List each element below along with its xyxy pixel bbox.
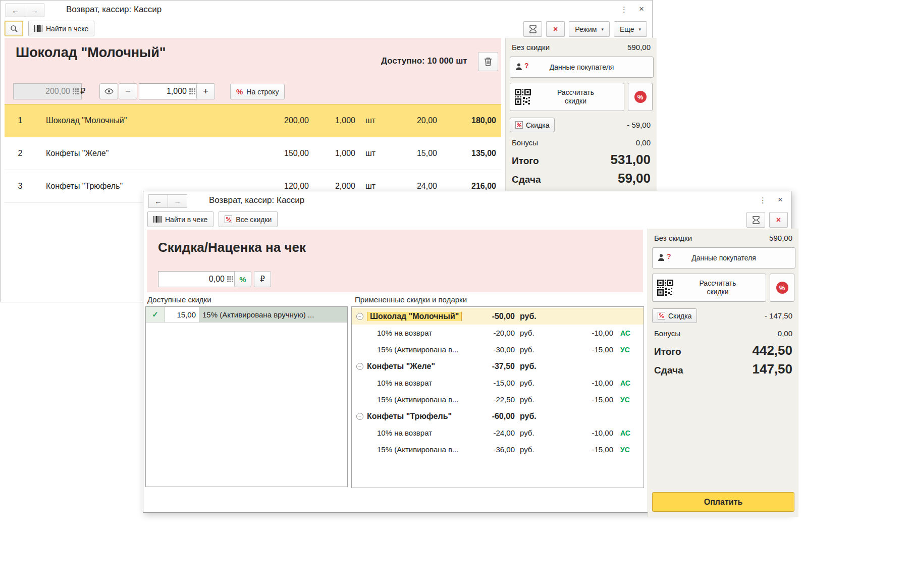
window-close-icon[interactable]: × [639,4,644,14]
pay-button[interactable]: Оплатить [652,492,794,512]
more-button[interactable]: Еще ▾ [614,21,647,37]
discount-value: - 147,50 [765,311,792,320]
applied-group-row[interactable]: − Шоколад "Молочный" -50,00 руб. [352,308,644,325]
applied-discount-row[interactable]: 15% (Активирована в... -22,50 руб. -15,0… [352,391,644,408]
total-label: Итого [512,155,539,167]
collapse-icon[interactable]: − [356,313,363,320]
row-number: 1 [5,116,36,125]
receipt-row[interactable]: 2 Конфеты "Желе" 150,00 1,000 шт 15,00 1… [5,137,501,170]
no-discount-label: Без скидки [654,234,692,242]
discount-button[interactable]: Скидка [652,308,697,323]
discount-value: - 59,00 [627,121,651,129]
collapse-icon[interactable]: − [356,413,363,420]
view-button[interactable] [99,83,118,99]
collapse-icon[interactable]: − [356,363,363,370]
applied-discount-percent: -10,00 [545,379,613,387]
applied-discount-row[interactable]: 10% на возврат -15,00 руб. -10,00 АС [352,375,644,391]
applied-discount-row[interactable]: 10% на возврат -20,00 руб. -10,00 АС [352,325,644,341]
available-quantity: Доступно: 10 000 шт [381,56,467,66]
receipt-table: 1 Шоколад "Молочный" 200,00 1,000 шт 20,… [5,104,501,203]
row-total: 135,00 [439,149,501,158]
manual-discount-button[interactable]: % [628,83,653,111]
change-value: 147,50 [752,361,792,377]
delete-line-button[interactable] [478,52,498,71]
applied-discount-row[interactable]: 10% на возврат -24,00 руб. -10,00 АС [352,424,644,441]
keypad-icon[interactable] [227,276,233,282]
back-button[interactable]: ← [6,4,25,17]
discount-title: Скидка/Наценка на чек [158,240,306,255]
row-price: 200,00 [253,116,311,125]
find-in-check-label: Найти в чеке [46,25,88,33]
applied-group-unit: руб. [515,362,545,371]
row-product-name: Шоколад "Молочный" [36,116,253,125]
back-button[interactable]: ← [148,194,168,208]
discount-button[interactable]: Скидка [510,118,555,132]
find-in-check-button[interactable]: Найти в чеке [28,21,94,36]
applied-discount-name: 10% на возврат [365,329,467,337]
bonus-label: Бонусы [512,138,538,147]
find-in-check-button[interactable]: Найти в чеке [147,211,213,227]
wait-button[interactable] [746,212,765,228]
window-close-icon[interactable]: × [778,195,783,205]
eye-icon [104,88,114,94]
discount-button-label: Скидка [668,312,691,320]
manual-discount-button[interactable]: % [770,274,794,302]
calculate-discounts-button[interactable]: Рассчитать скидки [652,274,766,302]
cancel-button[interactable]: × [546,21,565,37]
applied-discount-amount: -30,00 [467,345,515,354]
percent-circle-icon: % [776,282,788,294]
no-discount-value: 590,00 [769,234,792,242]
ruble-mode-button[interactable]: ₽ [254,271,271,287]
increase-quantity-button[interactable]: + [196,83,215,99]
row-product-name: Конфеты "Трюфель" [36,182,253,191]
line-discount-button[interactable]: % На строку [230,84,285,99]
row-product-name: Конфеты "Желе" [36,149,253,158]
discount-window: ← → Возврат, кассир: Кассир ⋮ × Найти в … [143,191,791,513]
discount-amount-input[interactable]: 0,00 [158,271,236,287]
quantity-input[interactable]: 1,000 [139,83,198,99]
forward-button[interactable]: → [25,4,44,17]
qr-code-icon [515,89,531,105]
wait-button[interactable] [523,21,542,37]
keypad-icon[interactable] [73,88,79,94]
available-discounts-panel: ✓ 15,00 15% (Активирована вручную) ... [145,306,348,487]
applied-discount-row[interactable]: 15% (Активирована в... -36,00 руб. -15,0… [352,441,644,458]
bonus-value: 0,00 [636,138,651,147]
row-quantity: 2,000 [311,182,357,191]
applied-discount-amount: -36,00 [467,445,515,454]
window-menu-icon[interactable]: ⋮ [620,5,628,14]
applied-discount-row[interactable]: 15% (Активирована в... -30,00 руб. -15,0… [352,341,644,358]
total-value: 531,00 [610,152,651,168]
search-button[interactable] [5,21,23,36]
calculate-discounts-label: Рассчитать скидки [690,279,745,296]
all-discounts-button[interactable]: Все скидки [219,211,278,227]
customer-data-button[interactable]: ? Данные покупателя [510,57,654,78]
available-discount-row[interactable]: ✓ 15,00 15% (Активирована вручную) ... [146,307,347,323]
applied-group-row[interactable]: − Конфеты "Желе" -37,50 руб. [352,358,644,375]
row-price: 120,00 [253,182,311,191]
available-discounts-label: Доступные скидки [147,295,211,304]
row-number: 2 [5,149,36,158]
applied-group-amount: -37,50 [467,362,515,371]
percent-mode-button[interactable]: % [234,271,251,287]
keypad-icon[interactable] [189,88,195,94]
applied-group-row[interactable]: − Конфеты "Трюфель" -60,00 руб. [352,408,644,424]
window-title: Возврат, кассир: Кассир [209,195,304,205]
customer-data-button[interactable]: ? Данные покупателя [652,247,795,269]
window-title: Возврат, кассир: Кассир [66,5,162,15]
forward-button[interactable]: → [168,194,187,208]
price-input[interactable]: 200,00 [13,83,82,99]
decrease-quantity-button[interactable]: − [119,83,137,99]
applied-discount-percent: -15,00 [545,345,613,354]
applied-discount-unit: руб. [515,429,545,437]
window-menu-icon[interactable]: ⋮ [759,196,767,205]
percent-icon: % [239,275,246,284]
applied-group-amount: -60,00 [467,412,515,421]
mode-button[interactable]: Режим ▾ [569,21,610,37]
calculate-discounts-button[interactable]: Рассчитать скидки [510,83,624,111]
toolbar-right: × [746,212,788,228]
minus-icon: − [125,86,131,97]
cancel-button[interactable]: × [769,212,788,228]
receipt-row[interactable]: 1 Шоколад "Молочный" 200,00 1,000 шт 20,… [5,104,501,137]
row-discount: 24,00 [389,182,439,191]
